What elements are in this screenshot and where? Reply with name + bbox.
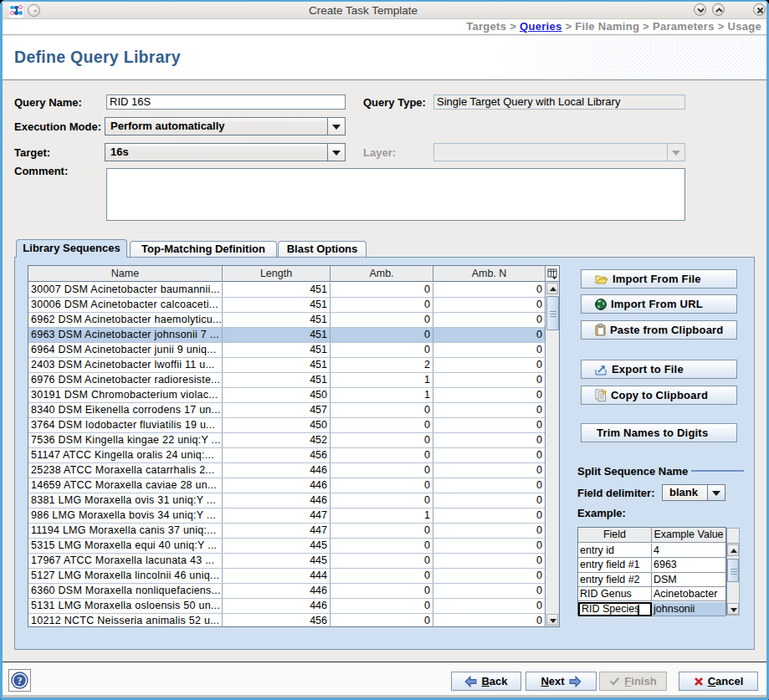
- svg-text:?: ?: [18, 675, 23, 687]
